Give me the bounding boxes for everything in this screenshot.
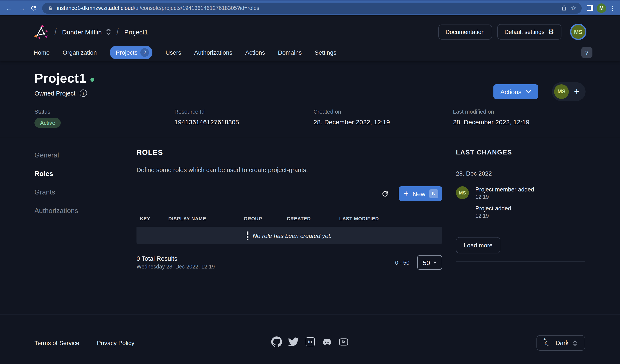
status-badge: Active xyxy=(34,118,61,128)
nav-projects-label: Projects xyxy=(116,49,138,56)
col-group[interactable]: GROUP xyxy=(244,216,287,221)
status-label: Status xyxy=(34,108,61,115)
share-icon[interactable] xyxy=(560,4,567,11)
col-display-name[interactable]: DISPLAY NAME xyxy=(168,216,244,221)
exclamation-icon xyxy=(247,231,248,240)
event-label: Project added xyxy=(475,205,534,212)
change-event: Project added 12:19 xyxy=(475,205,534,219)
nav-actions[interactable]: Actions xyxy=(245,49,265,56)
moon-icon: ☾+ xyxy=(544,339,552,347)
results-timestamp: Wednesday 28. Dec 2022, 12:19 xyxy=(137,264,215,270)
browser-reload-icon[interactable] xyxy=(30,4,37,11)
nav-home[interactable]: Home xyxy=(33,49,50,56)
event-time: 12:19 xyxy=(475,213,534,219)
url-bar[interactable]: instance1-dkmnzw.zitadel.cloud/ui/consol… xyxy=(42,2,582,14)
meta-created: Created on 28. December 2022, 12:19 xyxy=(313,108,390,126)
main-nav: Home Organization Projects 2 Users Autho… xyxy=(33,44,592,61)
load-more-button[interactable]: Load more xyxy=(456,237,500,253)
changes-divider xyxy=(456,261,585,262)
linkedin-icon[interactable]: in xyxy=(304,336,316,347)
github-icon[interactable] xyxy=(271,336,282,347)
documentation-label: Documentation xyxy=(446,29,485,35)
results-summary: 0 Total Results Wednesday 28. Dec 2022, … xyxy=(137,255,215,270)
social-links: in xyxy=(0,336,620,347)
bookmark-star-icon[interactable]: ☆ xyxy=(571,4,576,12)
roles-table-header: KEY DISPLAY NAME GROUP CREATED LAST MODI… xyxy=(137,212,442,225)
nav-authorizations[interactable]: Authorizations xyxy=(194,49,232,56)
page-size-select[interactable]: 50 xyxy=(417,255,442,270)
empty-state-text: No role has been created yet. xyxy=(253,232,332,239)
nav-organization[interactable]: Organization xyxy=(63,49,97,56)
refresh-icon[interactable] xyxy=(381,190,389,198)
default-settings-label: Default settings xyxy=(504,29,544,35)
browser-forward-icon[interactable]: → xyxy=(17,4,27,12)
unfold-chevrons-icon xyxy=(106,28,111,36)
url-text: instance1-dkmnzw.zitadel.cloud/ui/consol… xyxy=(57,5,259,11)
event-label: Project member added xyxy=(475,186,534,193)
info-icon[interactable]: i xyxy=(80,90,87,97)
plus-icon: + xyxy=(404,189,409,197)
org-switcher[interactable]: Dunder Mifflin xyxy=(62,28,111,36)
section-divider xyxy=(0,138,620,138)
theme-selector[interactable]: ☾+ Dark xyxy=(536,335,585,351)
sidenav-general[interactable]: General xyxy=(34,152,121,159)
nav-users[interactable]: Users xyxy=(166,49,181,56)
new-role-button[interactable]: + New N xyxy=(399,186,442,201)
unfold-chevrons-icon xyxy=(573,339,577,347)
actions-button[interactable]: Actions xyxy=(494,84,538,99)
sidenav-authorizations[interactable]: Authorizations xyxy=(34,207,121,215)
footer: Terms of Service Privacy Policy in ☾+ Da… xyxy=(0,315,620,364)
last-changes-title: LAST CHANGES xyxy=(456,149,585,156)
roles-description: Define some roles which can be used to c… xyxy=(137,167,442,173)
nav-domains[interactable]: Domains xyxy=(278,49,302,56)
nav-settings[interactable]: Settings xyxy=(315,49,337,56)
col-key[interactable]: KEY xyxy=(140,216,168,221)
created-value: 28. December 2022, 12:19 xyxy=(313,118,390,126)
browser-menu-icon[interactable]: ⋮ xyxy=(610,4,616,11)
gear-icon: ⚙ xyxy=(548,28,554,35)
breadcrumb-project[interactable]: Project1 xyxy=(124,28,148,35)
breadcrumb-separator: / xyxy=(117,26,119,37)
side-panel-icon[interactable] xyxy=(587,5,593,11)
page-size-value: 50 xyxy=(423,259,430,266)
meta-resource-id: Resource Id 194136146127618305 xyxy=(174,108,239,126)
new-label: New xyxy=(412,190,425,197)
help-button[interactable]: ? xyxy=(581,47,592,58)
twitter-icon[interactable] xyxy=(288,336,299,347)
discord-icon[interactable] xyxy=(321,336,332,347)
resource-id-label: Resource Id xyxy=(174,108,239,115)
changes-date: 28. Dec 2022 xyxy=(456,170,585,177)
theme-label: Dark xyxy=(556,339,569,346)
nav-projects[interactable]: Projects 2 xyxy=(110,46,153,59)
screen: ← → instance1-dkmnzw.zitadel.cloud/ui/co… xyxy=(0,0,620,364)
zitadel-logo[interactable] xyxy=(33,24,49,40)
project-members-pill[interactable]: MS + xyxy=(552,82,586,101)
active-status-dot xyxy=(91,78,94,82)
browser-profile-avatar[interactable]: M xyxy=(597,3,606,13)
caret-down-icon xyxy=(433,261,436,264)
project-title-section: Project1 Owned Project i Actions MS + xyxy=(34,71,586,97)
chevron-down-icon xyxy=(526,90,531,93)
sidenav-roles[interactable]: Roles xyxy=(34,170,121,178)
default-settings-button[interactable]: Default settings ⚙ xyxy=(497,24,561,40)
lock-icon xyxy=(47,5,53,11)
browser-back-icon[interactable]: ← xyxy=(4,4,14,12)
meta-modified: Last modified on 28. December 2022, 12:1… xyxy=(453,108,529,126)
col-last-modified[interactable]: LAST MODIFIED xyxy=(339,216,442,221)
project-side-nav: General Roles Grants Authorizations xyxy=(34,152,121,226)
member-avatar: MS xyxy=(554,84,569,99)
add-member-icon[interactable]: + xyxy=(574,87,580,96)
col-created[interactable]: CREATED xyxy=(287,216,339,221)
url-domain: instance1-dkmnzw.zitadel.cloud xyxy=(57,5,134,11)
created-label: Created on xyxy=(313,108,390,115)
pagination-range: 0 - 50 xyxy=(395,259,410,266)
user-avatar[interactable]: MS xyxy=(570,24,587,40)
org-name: Dunder Mifflin xyxy=(62,28,102,35)
documentation-button[interactable]: Documentation xyxy=(438,24,492,39)
last-changes-panel: LAST CHANGES 28. Dec 2022 MS Project mem… xyxy=(456,149,585,262)
sidenav-grants[interactable]: Grants xyxy=(34,188,121,196)
youtube-icon[interactable] xyxy=(338,336,349,347)
actions-label: Actions xyxy=(500,88,521,95)
total-results: 0 Total Results xyxy=(137,255,215,262)
event-avatar: MS xyxy=(456,186,469,199)
